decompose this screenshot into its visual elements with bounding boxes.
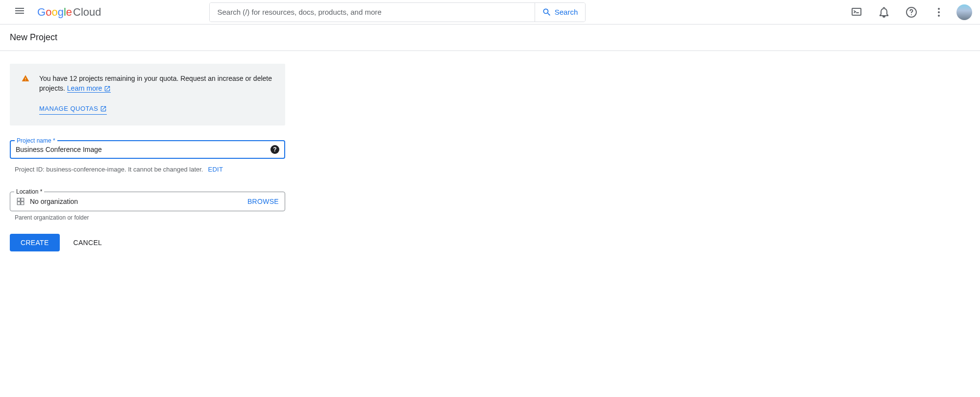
location-label: Location *: [14, 188, 44, 195]
menu-button[interactable]: [8, 0, 31, 24]
search-button[interactable]: Search: [535, 3, 585, 22]
content-area: You have 12 projects remaining in your q…: [0, 51, 980, 264]
project-name-label: Project name *: [15, 137, 57, 144]
location-helper-text: Parent organization or folder: [10, 214, 285, 221]
project-id-row: Project ID: business-conference-image. I…: [10, 166, 970, 173]
search-icon: [542, 7, 552, 17]
help-button[interactable]: [900, 0, 923, 24]
quota-text: You have 12 projects remaining in your q…: [39, 74, 273, 115]
location-field: Location * No organization BROWSE Parent…: [10, 192, 285, 221]
page-title: New Project: [10, 32, 57, 43]
help-circle-icon: [906, 6, 917, 18]
external-link-icon: [104, 85, 111, 92]
quota-notice: You have 12 projects remaining in your q…: [10, 64, 285, 125]
location-value: No organization: [30, 198, 243, 205]
project-name-input[interactable]: [16, 146, 270, 153]
google-cloud-logo[interactable]: Google Cloud: [37, 6, 101, 19]
learn-more-link[interactable]: Learn more: [67, 84, 111, 93]
user-avatar[interactable]: [956, 4, 972, 20]
more-vert-icon: [933, 6, 945, 18]
cloud-shell-button[interactable]: [845, 0, 868, 24]
edit-project-id-link[interactable]: EDIT: [208, 166, 223, 173]
organization-icon: [16, 197, 25, 206]
search-input[interactable]: [210, 3, 535, 22]
header-bar: Google Cloud Search: [0, 0, 980, 25]
notifications-button[interactable]: [872, 0, 896, 24]
cancel-button[interactable]: CANCEL: [74, 239, 102, 247]
cloud-shell-icon: [851, 6, 862, 18]
page-title-bar: New Project: [0, 25, 980, 51]
svg-point-3: [938, 11, 940, 13]
hamburger-icon: [14, 6, 25, 18]
field-help-icon[interactable]: ?: [270, 145, 279, 154]
svg-rect-0: [852, 8, 861, 15]
svg-point-2: [938, 8, 940, 10]
browse-button[interactable]: BROWSE: [247, 198, 279, 205]
svg-point-4: [938, 15, 940, 17]
manage-quotas-link[interactable]: MANAGE QUOTAS: [39, 104, 107, 115]
project-name-field: Project name * ?: [10, 140, 285, 159]
external-link-icon: [100, 105, 107, 112]
warning-icon: [22, 74, 29, 115]
button-row: CREATE CANCEL: [10, 234, 970, 251]
search-container: Search: [209, 2, 586, 22]
bell-icon: [878, 6, 890, 18]
create-button[interactable]: CREATE: [10, 234, 60, 251]
more-options-button[interactable]: [927, 0, 951, 24]
